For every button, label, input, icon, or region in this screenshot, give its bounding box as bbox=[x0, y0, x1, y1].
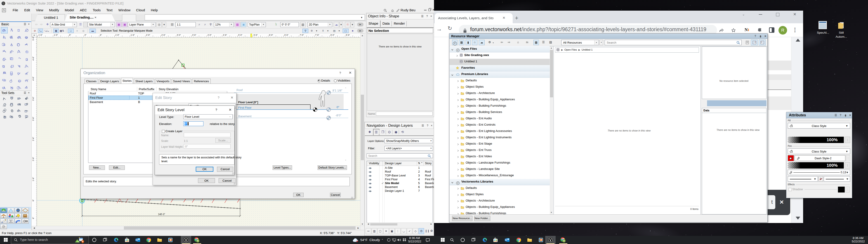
svg-text:Basement: Basement bbox=[238, 115, 252, 118]
svg-text:0”: 0” bbox=[337, 105, 339, 109]
svg-text:8’1 1/8”: 8’1 1/8” bbox=[333, 89, 342, 92]
svg-text:-8’0”: -8’0” bbox=[336, 114, 341, 117]
svg-text:148’-0”: 148’-0” bbox=[158, 213, 165, 216]
svg-text:First Floor: First Floor bbox=[238, 106, 252, 109]
svg-text:Floor Level [0”]: Floor Level [0”] bbox=[238, 101, 258, 104]
svg-text:R: R bbox=[197, 240, 198, 242]
svg-text:Roof: Roof bbox=[237, 88, 243, 92]
svg-text:R: R bbox=[563, 240, 565, 242]
